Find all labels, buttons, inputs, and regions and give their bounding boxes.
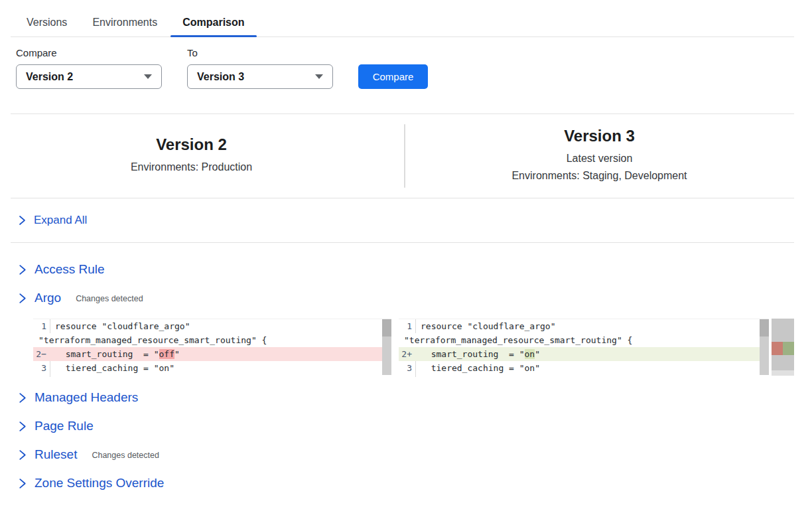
line-number: 3 [33, 361, 50, 375]
diff-line: 1resource "cloudflare_argo" [33, 319, 391, 333]
diff-line: 3 tiered_caching = "on" [399, 361, 769, 375]
compare-from-value: Version 2 [26, 71, 73, 83]
diff-pane-right: 1resource "cloudflare_argo" "terraform_m… [399, 319, 769, 377]
diff-minimap[interactable] [772, 319, 794, 377]
version-right-subtitle: Latest version [405, 150, 794, 167]
to-label: To [187, 47, 333, 58]
compare-to-value: Version 3 [197, 71, 244, 83]
code-text: " [535, 349, 540, 359]
chevron-right-icon [19, 215, 26, 226]
version-right-environments: Environments: Staging, Development [405, 168, 794, 185]
scrollbar[interactable] [382, 319, 391, 375]
compare-to-field: To Version 3 [187, 47, 333, 89]
removed-word: off [159, 349, 174, 359]
version-right-header: Version 3 Latest version Environments: S… [405, 127, 794, 185]
scrollbar-thumb[interactable] [382, 319, 391, 336]
line-number: 2− [33, 347, 50, 361]
scrollbar[interactable] [760, 319, 769, 375]
changes-detected-badge: Changes detected [92, 449, 159, 460]
minimap-change-marker [772, 342, 794, 355]
code-text: } [416, 375, 426, 377]
compare-form: Compare Version 2 To Version 3 Compare [0, 47, 812, 89]
line-number: 2+ [399, 347, 416, 361]
section-managed-headers[interactable]: Managed Headers [19, 390, 812, 406]
code-block: 1resource "cloudflare_argo" "terraform_m… [33, 319, 391, 377]
section-zone-settings-override[interactable]: Zone Settings Override [19, 475, 812, 491]
diff-line-removed: 2− smart_routing = "off" [33, 347, 391, 361]
section-label: Page Rule [34, 419, 94, 433]
changes-detected-badge: Changes detected [76, 293, 143, 303]
version-left-title: Version 2 [11, 135, 372, 154]
chevron-right-icon [19, 421, 27, 432]
diff-line: 4} [33, 375, 391, 377]
chevron-down-icon [144, 74, 152, 79]
chevron-right-icon [19, 449, 27, 461]
line-number: 1 [399, 319, 416, 333]
tab-versions[interactable]: Versions [27, 17, 67, 37]
chevron-right-icon [19, 293, 27, 304]
section-label: Managed Headers [34, 390, 138, 405]
compare-from-field: Compare Version 2 [16, 47, 162, 89]
version-left-environments: Environments: Production [11, 159, 372, 176]
diff-line-wrap: "terraform_managed_resource_smart_routin… [399, 333, 769, 347]
section-ruleset[interactable]: Ruleset Changes detected [19, 447, 812, 463]
scrollbar-thumb[interactable] [760, 319, 769, 336]
divider [11, 242, 794, 243]
comparison-page: Versions Environments Comparison Compare… [0, 0, 812, 523]
line-number: 4 [399, 375, 416, 377]
diff-line-added: 2+ smart_routing = "on" [399, 347, 769, 361]
code-text: tiered_caching = "on" [416, 361, 540, 375]
expand-all-button[interactable]: Expand All [0, 198, 812, 242]
added-word: on [525, 349, 535, 359]
code-text: } [50, 375, 60, 377]
argo-diff: 1resource "cloudflare_argo" "terraform_m… [33, 319, 812, 377]
diff-line: 3 tiered_caching = "on" [33, 361, 391, 375]
section-label: Argo [34, 291, 61, 305]
tab-bar: Versions Environments Comparison [0, 0, 812, 37]
code-text: " [174, 349, 180, 359]
section-label: Zone Settings Override [34, 476, 164, 490]
compare-button[interactable]: Compare [358, 64, 428, 89]
diff-pane-left: 1resource "cloudflare_argo" "terraform_m… [33, 319, 391, 377]
section-label: Access Rule [34, 262, 105, 277]
line-number: 1 [33, 319, 50, 333]
diff-line-wrap: "terraform_managed_resource_smart_routin… [33, 333, 391, 347]
code-text: "terraform_managed_resource_smart_routin… [33, 333, 267, 347]
resource-sections: Access Rule Argo Changes detected 1resou… [0, 262, 812, 491]
compare-to-select[interactable]: Version 3 [187, 64, 333, 89]
tab-environments[interactable]: Environments [92, 17, 157, 37]
code-text: smart_routing = " [55, 349, 159, 359]
compare-from-select[interactable]: Version 2 [16, 64, 162, 89]
chevron-down-icon [315, 74, 323, 79]
minimap-removed-marker [772, 342, 783, 355]
code-text: smart_routing = "on" [416, 347, 540, 361]
version-headers: Version 2 Environments: Production Versi… [0, 114, 812, 198]
minimap-added-marker [783, 342, 794, 355]
code-text: tiered_caching = "on" [50, 361, 174, 375]
chevron-right-icon [19, 392, 27, 404]
section-argo[interactable]: Argo Changes detected [19, 290, 812, 306]
diff-line: 4} [399, 375, 769, 377]
code-text: smart_routing = " [421, 349, 525, 359]
line-number: 3 [399, 361, 416, 375]
code-text: resource "cloudflare_argo" [416, 319, 556, 333]
code-text: "terraform_managed_resource_smart_routin… [399, 333, 632, 347]
version-right-title: Version 3 [405, 127, 794, 145]
chevron-right-icon [19, 264, 27, 275]
compare-label: Compare [16, 47, 162, 58]
chevron-right-icon [19, 478, 27, 489]
section-page-rule[interactable]: Page Rule [19, 418, 812, 434]
tab-comparison[interactable]: Comparison [182, 17, 244, 37]
code-text: smart_routing = "off" [50, 347, 180, 361]
code-block: 1resource "cloudflare_argo" "terraform_m… [399, 319, 769, 377]
minimap-strip [772, 370, 794, 376]
line-number: 4 [33, 375, 50, 377]
diff-line: 1resource "cloudflare_argo" [399, 319, 769, 333]
expand-all-label: Expand All [34, 214, 87, 227]
code-text: resource "cloudflare_argo" [50, 319, 190, 333]
section-label: Ruleset [34, 447, 77, 462]
version-left-header: Version 2 Environments: Production [11, 135, 372, 176]
section-access-rule[interactable]: Access Rule [19, 262, 812, 277]
